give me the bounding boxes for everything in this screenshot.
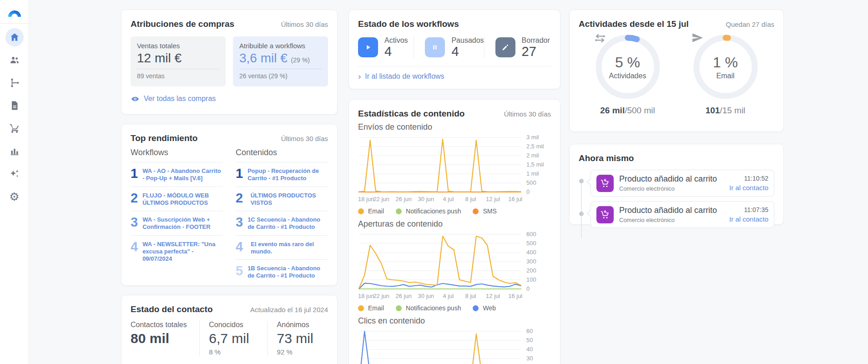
stat-percent: 8 % [209, 348, 259, 356]
realtime-activity-list: Producto añadido al carrito Comercio ele… [579, 170, 774, 228]
sidebar-divider [0, 23, 29, 24]
top-workflow-2[interactable]: 2 FLUJO - MÓDULO WEB ÚLTIMOS PRODUCTOS [131, 187, 223, 211]
card-title: Atribuciones de compras [131, 19, 234, 29]
svg-text:100: 100 [526, 276, 536, 283]
connectif-logo[interactable] [7, 0, 22, 23]
card-period: Últimos 30 días [281, 135, 328, 142]
total-sales-value: 12 mil € [137, 51, 219, 66]
sidebar-item-ai[interactable] [5, 165, 24, 183]
sidebar-item-workflows[interactable] [5, 74, 24, 92]
content-link: Popup - Recuperación de Carrito - #1 Pro… [247, 167, 328, 182]
top-workflow-4[interactable]: 4 WA - NEWSLETTER: "Una excusa perfecta"… [131, 235, 223, 267]
card-updated: Actualizado el 16 jul 2024 [250, 306, 328, 313]
legend-label: Notificaciones push [406, 207, 461, 215]
svg-text:22 jun: 22 jun [373, 293, 389, 299]
top-contents-column: Contenidos 1 Popup - Recuperación de Car… [236, 148, 328, 284]
timeline-notch [588, 209, 592, 217]
activity-item[interactable]: Producto añadido al carrito Comercio ele… [590, 201, 774, 228]
pencil-button[interactable] [495, 37, 515, 57]
used-value: 101 [706, 106, 720, 115]
activities-percent: 5 % [615, 54, 640, 71]
card-title: Estadísticas de contenido [358, 109, 464, 119]
sends-chart-title: Envíos de contenido [358, 122, 551, 132]
sidebar-item-settings[interactable]: ⚙ [5, 187, 24, 206]
svg-text:4 jul: 4 jul [443, 293, 454, 299]
top-content-4[interactable]: 4 El evento más raro del mundo. [236, 235, 328, 260]
workflows-status-card: Estado de los workflows Activos 4 Pausad… [348, 10, 560, 89]
stat-value: 80 mil [131, 331, 191, 346]
clicks-chart-title: Clics en contenido [358, 316, 551, 326]
document-icon [9, 100, 20, 111]
sidebar: ⚙ [0, 0, 29, 364]
rank-number: 2 [236, 191, 246, 207]
top-content-3[interactable]: 3 1C Secuencia - Abandono de Carrito - #… [236, 211, 328, 235]
active-workflows-item: Activos 4 [358, 36, 414, 58]
card-title: Ahora mismo [579, 153, 634, 163]
sidebar-item-store[interactable] [5, 119, 24, 137]
sidebar-item-contacts[interactable] [5, 51, 24, 69]
svg-text:26 jun: 26 jun [395, 196, 411, 202]
clicks-chart: 605040302010018 jun22 jun26 jun30 jun4 j… [358, 328, 550, 364]
activity-time: 11:07:35 [729, 206, 768, 213]
timeline-dot [579, 179, 584, 183]
timeline-dot [579, 212, 584, 216]
workflow-icon [9, 77, 20, 88]
svg-text:30 jun: 30 jun [418, 196, 434, 202]
workflows-list-label: Ir al listado de workflows [365, 72, 444, 81]
purchases-attribution-card: Atribuciones de compras Últimos 30 días … [121, 10, 338, 115]
email-dot-icon [358, 305, 364, 311]
sparkles-icon [9, 168, 20, 179]
activity-item[interactable]: Producto añadido al carrito Comercio ele… [590, 170, 774, 197]
rank-number: 2 [131, 191, 138, 207]
top-workflow-1[interactable]: 1 WA - AO - Abandono Carrito - Pop-Up + … [131, 162, 223, 187]
go-to-contact-link[interactable]: Ir al contacto [729, 184, 768, 192]
realtime-activity-card: Ahora mismo Producto añadido al carrito … [569, 144, 784, 225]
rank-number: 1 [131, 167, 138, 182]
top-content-2[interactable]: 2 ÚLTIMOS PRODUCTOS VISTOS [236, 187, 328, 211]
workflows-list-link[interactable]: › Ir al listado de workflows [358, 72, 551, 81]
top-content-5[interactable]: 5 1B Secuencia - Abandono de Carrito - #… [236, 259, 328, 284]
view-all-purchases-link[interactable]: Ver todas las compras [131, 95, 328, 103]
pencil-icon [501, 43, 510, 52]
activity-category: Comercio electrónico [619, 217, 724, 223]
used-value: 26 mil [600, 106, 625, 115]
play-button[interactable] [358, 37, 378, 57]
sidebar-item-home[interactable] [5, 28, 24, 46]
push-dot-icon [396, 208, 402, 214]
svg-text:12 jul: 12 jul [486, 196, 500, 202]
svg-text:22 jun: 22 jun [373, 196, 389, 202]
svg-text:16 jul: 16 jul [508, 293, 522, 299]
total-sales-label: Ventas totales [137, 42, 219, 50]
card-title: Top rendimiento [131, 133, 197, 143]
cart-plus-badge [596, 175, 614, 192]
pause-button[interactable] [425, 37, 445, 57]
svg-text:2,5 mil: 2,5 mil [526, 143, 544, 150]
draft-workflows-item: Borrador 27 [484, 36, 551, 58]
content-link: ÚLTIMOS PRODUCTOS VISTOS [251, 191, 328, 207]
rank-number: 1 [236, 167, 243, 182]
gauge-label: Actividades [609, 72, 646, 80]
workflow-link: FLUJO - MÓDULO WEB ÚLTIMOS PRODUCTOS [142, 191, 223, 207]
sidebar-item-contents[interactable] [5, 96, 24, 115]
svg-text:50: 50 [526, 337, 533, 344]
svg-text:4 jul: 4 jul [443, 196, 454, 202]
legend-item-web: Web [473, 304, 496, 312]
card-title: Actividades desde el 15 jul [579, 19, 689, 29]
svg-text:200: 200 [526, 267, 536, 274]
go-to-contact-link[interactable]: Ir al contacto [729, 215, 768, 223]
total-sales-count: 89 ventas [137, 69, 219, 80]
svg-text:16 jul: 16 jul [508, 196, 522, 202]
sidebar-item-analytics[interactable] [5, 142, 24, 160]
anonymous-contacts-stat: Anónimos 73 mil 92 % [267, 321, 328, 356]
sends-chart-legend: Email Notificaciones push SMS [358, 207, 551, 215]
top-content-1[interactable]: 1 Popup - Recuperación de Carrito - #1 P… [236, 162, 328, 187]
card-period: Últimos 30 días [281, 20, 328, 28]
legend-label: Notificaciones push [406, 304, 461, 312]
total-sales-box: Ventas totales 12 mil € 89 ventas [131, 36, 226, 86]
email-gauge-block: 1 % Email 101/15 mil [680, 33, 771, 116]
web-dot-icon [473, 305, 479, 311]
top-workflow-3[interactable]: 3 WA - Suscripción Web + Confirmación - … [131, 211, 223, 235]
rank-number: 3 [131, 215, 138, 231]
play-icon [363, 42, 373, 52]
attributed-label: Atribuible a workflows [239, 42, 322, 50]
